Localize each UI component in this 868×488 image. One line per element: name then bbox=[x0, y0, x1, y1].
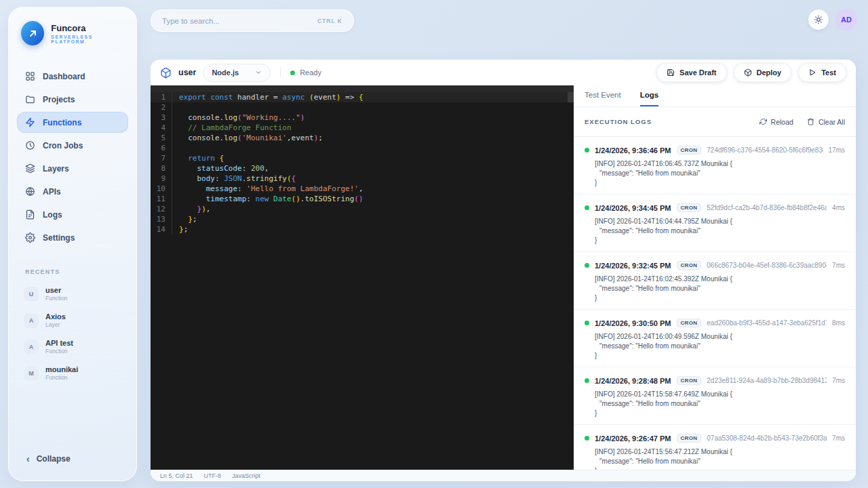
log-entry[interactable]: 1/24/2026, 9:30:50 PMCRONead260ba-b9f3-4… bbox=[574, 310, 856, 367]
line-number: 1 bbox=[151, 92, 172, 102]
sidebar-item-functions[interactable]: Functions bbox=[17, 112, 128, 133]
code-editor[interactable]: 1export const handler = async (event) =>… bbox=[151, 85, 574, 470]
globe-icon bbox=[25, 186, 35, 197]
recent-name: Axios bbox=[45, 312, 66, 321]
sidebar-item-label: APIs bbox=[43, 187, 61, 197]
trigger-badge: CRON bbox=[677, 261, 702, 270]
recent-type: Function bbox=[45, 295, 68, 302]
invocation-id: 07aa5308-824d-4b2b-b543-73e2b60f3a4e bbox=[707, 434, 827, 442]
topbar-actions: AD bbox=[808, 9, 857, 30]
status-text: Ready bbox=[300, 68, 321, 77]
dashboard-icon bbox=[25, 71, 35, 81]
editor-scrollbar[interactable] bbox=[568, 92, 574, 102]
sidebar-item-projects[interactable]: Projects bbox=[17, 89, 128, 110]
sidebar-item-dashboard[interactable]: Dashboard bbox=[17, 66, 128, 87]
log-timestamp: 1/24/2026, 9:34:45 PM bbox=[595, 204, 671, 212]
logs-panel: Test EventLogs EXECUTION LOGS Reload Cle… bbox=[574, 85, 856, 470]
code-text: console.log("Working....") bbox=[179, 113, 304, 123]
code-line[interactable]: 2 bbox=[151, 102, 574, 113]
sidebar-item-label: Functions bbox=[43, 118, 81, 127]
language-mode: JavaScript bbox=[232, 472, 260, 479]
runtime-select[interactable]: Node.js bbox=[203, 64, 271, 82]
success-dot bbox=[585, 436, 589, 441]
code-line[interactable]: 9 body: JSON.stringify({ bbox=[151, 174, 574, 184]
sidebar: Funcora SERVERLESS PLATFORM DashboardPro… bbox=[8, 7, 137, 481]
theme-toggle-button[interactable] bbox=[808, 9, 829, 30]
code-line[interactable]: 11 timestamp: new Date().toISOString() bbox=[151, 194, 574, 204]
log-body: [INFO] 2026-01-24T16:02:45.392Z Mounikai… bbox=[585, 274, 845, 303]
recent-name: API test bbox=[45, 339, 73, 347]
log-entry[interactable]: 1/24/2026, 9:28:48 PMCRON2d23e811-924a-4… bbox=[574, 367, 856, 425]
recents-label: RECENTS bbox=[25, 268, 136, 275]
code-line[interactable]: 4 // LambdaForge Function bbox=[151, 123, 574, 133]
line-number: 12 bbox=[151, 204, 172, 214]
code-line[interactable]: 14}; bbox=[151, 224, 574, 235]
header-divider bbox=[280, 67, 281, 78]
search-input[interactable]: Type to search... CTRL K bbox=[151, 9, 354, 32]
execution-logs-header: EXECUTION LOGS Reload Clear All bbox=[574, 107, 856, 137]
sidebar-item-cron-jobs[interactable]: Cron Jobs bbox=[17, 135, 128, 156]
line-number: 13 bbox=[151, 214, 172, 224]
deploy-button[interactable]: Deploy bbox=[734, 63, 792, 82]
log-entry[interactable]: 1/24/2026, 9:26:47 PMCRON07aa5308-824d-4… bbox=[574, 425, 856, 470]
clock-icon bbox=[25, 140, 35, 150]
trigger-badge: CRON bbox=[677, 319, 702, 327]
reload-button[interactable]: Reload bbox=[760, 118, 793, 126]
tab-logs[interactable]: Logs bbox=[640, 91, 658, 106]
editor-statusbar: Ln 5, Col 21 UTF-8 JavaScript bbox=[151, 470, 856, 481]
line-number: 8 bbox=[151, 163, 172, 174]
sidebar-item-label: Cron Jobs bbox=[43, 141, 83, 150]
code-line[interactable]: 3 console.log("Working....") bbox=[151, 113, 574, 123]
sidebar-item-layers[interactable]: Layers bbox=[17, 158, 128, 179]
save-draft-button[interactable]: Save Draft bbox=[656, 63, 726, 82]
sidebar-item-settings[interactable]: Settings bbox=[17, 227, 128, 248]
layers-icon bbox=[25, 163, 35, 174]
collapse-button[interactable]: ‹ Collapse bbox=[26, 453, 71, 464]
code-line[interactable]: 7 return { bbox=[151, 153, 574, 163]
code-line[interactable]: 6 bbox=[151, 143, 574, 153]
duration: 7ms bbox=[832, 262, 845, 269]
search-shortcut: CTRL K bbox=[317, 18, 342, 24]
recent-item-axios[interactable]: AAxiosLayer bbox=[17, 307, 128, 333]
test-button[interactable]: Test bbox=[798, 63, 846, 82]
sidebar-item-logs[interactable]: Logs bbox=[17, 204, 128, 225]
file-icon bbox=[25, 209, 35, 220]
avatar[interactable]: AD bbox=[835, 9, 857, 30]
code-line[interactable]: 12 }), bbox=[151, 204, 574, 214]
duration: 8ms bbox=[832, 319, 845, 327]
log-entry[interactable]: 1/24/2026, 9:36:46 PMCRON724df696-c376-4… bbox=[574, 137, 856, 195]
duration: 17ms bbox=[829, 146, 845, 154]
sidebar-item-apis[interactable]: APIs bbox=[17, 181, 128, 202]
recent-item-user[interactable]: UuserFunction bbox=[17, 281, 128, 307]
tab-test-event[interactable]: Test Event bbox=[585, 91, 621, 106]
log-entry[interactable]: 1/24/2026, 9:34:45 PMCRON52fd9dcf-ca2b-4… bbox=[574, 195, 856, 252]
recent-type: Function bbox=[45, 348, 73, 354]
trigger-badge: CRON bbox=[677, 146, 702, 155]
trash-icon bbox=[807, 118, 814, 125]
recent-item-mounikai[interactable]: MmounikaiFunction bbox=[17, 360, 128, 386]
code-text: message: 'Hello from LambdaForge!', bbox=[179, 184, 363, 194]
code-line[interactable]: 1export const handler = async (event) =>… bbox=[151, 92, 574, 102]
clear-all-button[interactable]: Clear All bbox=[807, 118, 845, 126]
reload-icon bbox=[760, 118, 767, 125]
recent-avatar: U bbox=[24, 287, 39, 302]
log-entry-header: 1/24/2026, 9:30:50 PMCRONead260ba-b9f3-4… bbox=[585, 319, 845, 327]
gear-icon bbox=[25, 232, 35, 243]
recent-type: Function bbox=[45, 374, 78, 381]
code-line[interactable]: 13 }; bbox=[151, 214, 574, 224]
line-number: 9 bbox=[151, 174, 172, 184]
funcora-logo-icon bbox=[21, 21, 44, 45]
trigger-badge: CRON bbox=[677, 376, 702, 385]
code-line[interactable]: 8 statusCode: 200, bbox=[151, 163, 574, 174]
recent-item-api-test[interactable]: AAPI testFunction bbox=[17, 333, 128, 360]
sidebar-nav: DashboardProjectsFunctionsCron JobsLayer… bbox=[9, 66, 136, 248]
sun-icon bbox=[814, 15, 823, 24]
brand-name: Funcora bbox=[51, 23, 125, 33]
log-entry-header: 1/24/2026, 9:34:45 PMCRON52fd9dcf-ca2b-4… bbox=[585, 203, 845, 212]
success-dot bbox=[585, 321, 589, 325]
code-line[interactable]: 5 console.log('Mounikai',event); bbox=[151, 133, 574, 143]
log-body: [INFO] 2026-01-24T16:06:45.737Z Mounikai… bbox=[585, 159, 845, 188]
log-entry[interactable]: 1/24/2026, 9:32:45 PMCRON066c8673-b04e-4… bbox=[574, 252, 856, 310]
code-line[interactable]: 10 message: 'Hello from LambdaForge!', bbox=[151, 184, 574, 194]
log-timestamp: 1/24/2026, 9:28:48 PM bbox=[595, 377, 671, 385]
